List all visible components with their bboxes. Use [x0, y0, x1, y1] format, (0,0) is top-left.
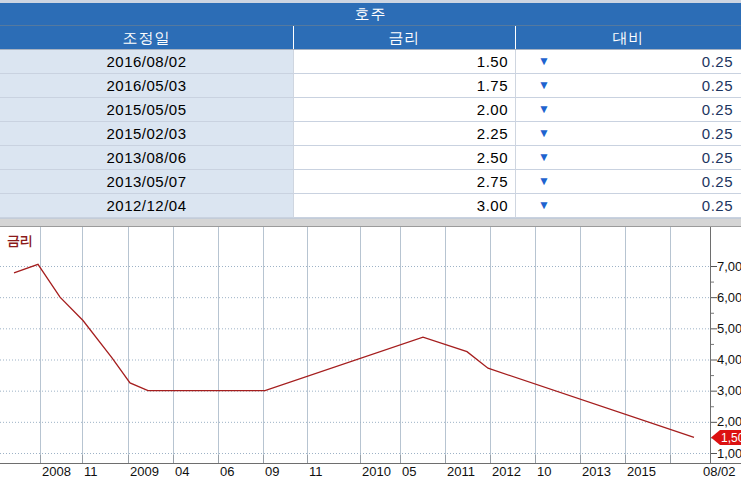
- chart-series-label: 금리: [7, 233, 33, 248]
- rate-cell: 2.75: [293, 170, 515, 194]
- table-row[interactable]: 2016/08/021.50▼0.25: [0, 50, 741, 74]
- change-cell: ▼0.25: [515, 146, 741, 170]
- rate-cell: 2.50: [293, 146, 515, 170]
- change-cell: ▼0.25: [515, 122, 741, 146]
- change-cell: ▼0.25: [515, 194, 741, 218]
- y-axis-tick-label: 7,00: [717, 259, 741, 274]
- panel-splitter[interactable]: [0, 218, 741, 227]
- x-axis-tick-label: 2011: [447, 464, 475, 479]
- rate-line-chart-canvas: 2008112009040609112010052011201210201320…: [0, 227, 741, 482]
- down-triangle-icon: ▼: [538, 74, 550, 97]
- x-axis-tick-label: 05: [402, 464, 416, 479]
- x-axis-tick-label: 06: [220, 464, 234, 479]
- down-triangle-icon: ▼: [538, 170, 550, 193]
- change-value: 0.25: [702, 170, 733, 193]
- change-value: 0.25: [702, 98, 733, 121]
- adjustment-date-cell: 2015/02/03: [0, 122, 293, 146]
- panel-title-bar: 호주: [0, 3, 741, 26]
- change-value: 0.25: [702, 74, 733, 97]
- down-triangle-icon: ▼: [538, 146, 550, 169]
- x-axis-tick-label: 2013: [582, 464, 611, 479]
- rate-cell: 3.00: [293, 194, 515, 218]
- current-value-tag-label: 1,50: [721, 431, 741, 445]
- table-row[interactable]: 2012/12/043.00▼0.25: [0, 194, 741, 218]
- x-axis-tick-label: 10: [537, 464, 551, 479]
- y-axis-tick-label: 5,00: [717, 321, 741, 336]
- column-header-rate: 금리: [293, 26, 515, 49]
- x-axis-tick-label: 2015: [627, 464, 656, 479]
- x-axis-tick-label: 09: [265, 464, 279, 479]
- change-value: 0.25: [702, 122, 733, 145]
- down-triangle-icon: ▼: [538, 122, 550, 145]
- change-cell: ▼0.25: [515, 50, 741, 74]
- x-axis-tick-label: 2009: [130, 464, 159, 479]
- change-cell: ▼0.25: [515, 170, 741, 194]
- y-axis-tick-label: 2,00: [717, 414, 741, 429]
- down-triangle-icon: ▼: [538, 50, 550, 73]
- x-axis-tick-label: 08/02: [703, 464, 736, 479]
- column-header-change: 대비: [515, 26, 741, 49]
- x-axis-tick-label: 2008: [42, 464, 71, 479]
- x-axis-tick-label: 2010: [362, 464, 391, 479]
- rate-cell: 1.75: [293, 74, 515, 98]
- rate-cell: 2.00: [293, 98, 515, 122]
- adjustment-date-cell: 2013/05/07: [0, 170, 293, 194]
- change-value: 0.25: [702, 50, 733, 73]
- rate-line-series: [14, 264, 694, 437]
- down-triangle-icon: ▼: [538, 194, 550, 217]
- down-triangle-icon: ▼: [538, 98, 550, 121]
- change-cell: ▼0.25: [515, 98, 741, 122]
- y-axis-tick-label: 1,00: [717, 446, 741, 461]
- adjustment-date-cell: 2016/05/03: [0, 74, 293, 98]
- rate-table-body: 2016/08/021.50▼0.252016/05/031.75▼0.2520…: [0, 50, 741, 218]
- y-axis-tick-label: 4,00: [717, 352, 741, 367]
- x-axis-tick-label: 2012: [492, 464, 521, 479]
- rate-panel: 호주 조정일 금리 대비 2016/08/021.50▼0.252016/05/…: [0, 0, 741, 482]
- change-value: 0.25: [702, 146, 733, 169]
- y-axis-tick-label: 3,00: [717, 383, 741, 398]
- column-header-date: 조정일: [0, 26, 293, 49]
- y-axis-tick-label: 6,00: [717, 290, 741, 305]
- country-title: 호주: [355, 5, 387, 22]
- table-row[interactable]: 2015/05/052.00▼0.25: [0, 98, 741, 122]
- x-axis-tick-label: 11: [309, 464, 323, 479]
- rate-cell: 2.25: [293, 122, 515, 146]
- change-value: 0.25: [702, 194, 733, 217]
- table-row[interactable]: 2013/05/072.75▼0.25: [0, 170, 741, 194]
- table-row[interactable]: 2016/05/031.75▼0.25: [0, 74, 741, 98]
- rate-history-chart[interactable]: 2008112009040609112010052011201210201320…: [0, 227, 741, 482]
- table-row[interactable]: 2013/08/062.50▼0.25: [0, 146, 741, 170]
- adjustment-date-cell: 2012/12/04: [0, 194, 293, 218]
- adjustment-date-cell: 2015/05/05: [0, 98, 293, 122]
- rate-cell: 1.50: [293, 50, 515, 74]
- x-axis-tick-label: 11: [84, 464, 98, 479]
- adjustment-date-cell: 2013/08/06: [0, 146, 293, 170]
- adjustment-date-cell: 2016/08/02: [0, 50, 293, 74]
- x-axis-tick-label: 04: [175, 464, 189, 479]
- table-header-row: 조정일 금리 대비: [0, 26, 741, 50]
- table-row[interactable]: 2015/02/032.25▼0.25: [0, 122, 741, 146]
- change-cell: ▼0.25: [515, 74, 741, 98]
